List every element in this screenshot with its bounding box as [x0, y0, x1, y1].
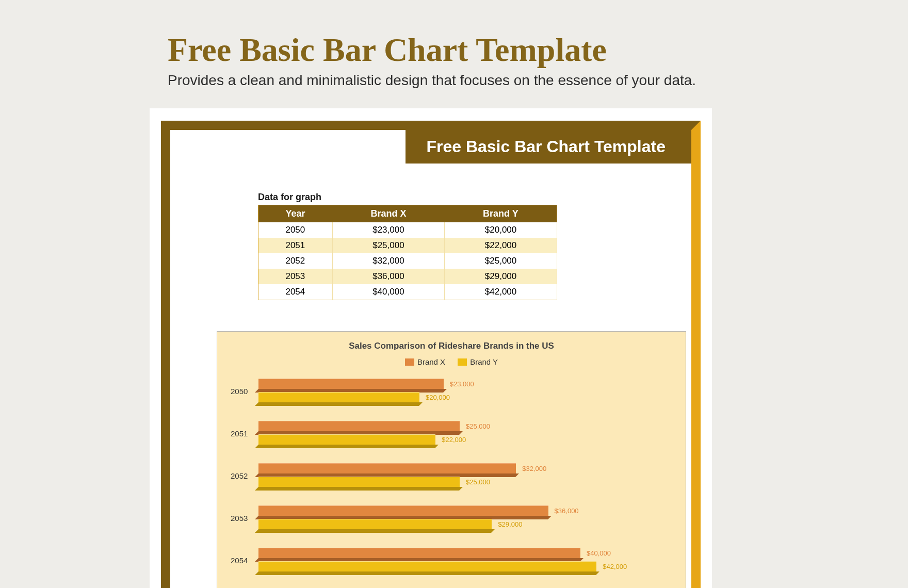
bar-group: 2053$36,000$29,000: [258, 503, 661, 532]
document-frame: Free Basic Bar Chart Template Data for g…: [161, 121, 701, 588]
bar-brand-y: $25,000: [258, 477, 460, 487]
table-header: Brand Y: [445, 205, 557, 223]
chart-bars-area: 2050$23,000$20,0002051$25,000$22,0002052…: [258, 377, 661, 588]
page-title: Free Basic Bar Chart Template: [168, 31, 607, 69]
legend-swatch-y-icon: [458, 358, 467, 366]
bar-value-label-x: $25,000: [466, 422, 490, 430]
table-cell: 2052: [258, 253, 333, 269]
table-cell: 2053: [258, 269, 333, 284]
table-cell: $22,000: [445, 238, 557, 253]
table-cell: $40,000: [332, 284, 444, 300]
bar-value-label-x: $32,000: [522, 465, 546, 472]
table-row: 2054$40,000$42,000: [258, 284, 557, 300]
table-cell: 2051: [258, 238, 333, 253]
bar-value-label-y: $20,000: [426, 394, 450, 401]
document-preview: Free Basic Bar Chart Template Data for g…: [150, 108, 712, 588]
table-header-row: Year Brand X Brand Y: [258, 205, 557, 223]
bar-group: 2054$40,000$42,000: [258, 546, 661, 575]
bar-value-label-y: $22,000: [442, 436, 466, 444]
table-cell: $29,000: [445, 269, 557, 284]
bar-value-label-y: $25,000: [466, 478, 490, 486]
bar-brand-x: $40,000: [258, 548, 580, 558]
bar-brand-x: $32,000: [258, 463, 516, 473]
table-cell: $42,000: [445, 284, 557, 300]
bar-value-label-x: $40,000: [587, 549, 611, 557]
table-cell: $32,000: [332, 253, 444, 269]
table-row: 2052$32,000$25,000: [258, 253, 557, 269]
bar-value-label-x: $23,000: [450, 380, 474, 388]
chart-title: Sales Comparison of Rideshare Brands in …: [228, 341, 675, 351]
bar-chart: Sales Comparison of Rideshare Brands in …: [217, 331, 686, 588]
bar-value-label-y: $29,000: [498, 520, 522, 528]
category-label: 2053: [231, 514, 248, 522]
table-header: Brand X: [332, 205, 444, 223]
bar-brand-y: $29,000: [258, 519, 492, 529]
bar-group: 2051$25,000$22,000: [258, 419, 661, 448]
table-cell: $23,000: [332, 222, 444, 238]
bar-brand-x: $25,000: [258, 421, 460, 431]
table-row: 2053$36,000$29,000: [258, 269, 557, 284]
category-label: 2052: [231, 471, 248, 480]
table-header: Year: [258, 205, 333, 223]
bar-brand-y: $20,000: [258, 392, 419, 402]
bar-value-label-y: $42,000: [603, 563, 627, 570]
bar-value-label-x: $36,000: [555, 507, 579, 515]
bar-brand-y: $42,000: [258, 561, 596, 571]
table-cell: 2050: [258, 222, 333, 238]
legend-item-brand-x: Brand X: [405, 357, 445, 366]
legend-label-y: Brand Y: [470, 357, 498, 366]
bar-group: 2052$32,000$25,000: [258, 461, 661, 490]
document-body: Data for graph Year Brand X Brand Y 2050…: [170, 130, 691, 588]
category-label: 2050: [231, 387, 248, 396]
table-row: 2050$23,000$20,000: [258, 222, 557, 238]
legend-label-x: Brand X: [417, 357, 445, 366]
legend-swatch-x-icon: [405, 358, 414, 366]
page-subtitle: Provides a clean and minimalistic design…: [168, 72, 696, 89]
table-cell: $25,000: [332, 238, 444, 253]
legend-item-brand-y: Brand Y: [458, 357, 498, 366]
table-caption: Data for graph: [258, 192, 666, 203]
table-cell: $20,000: [445, 222, 557, 238]
bar-brand-y: $22,000: [258, 434, 435, 445]
table-cell: $36,000: [332, 269, 444, 284]
bar-group: 2050$23,000$20,000: [258, 377, 661, 405]
table-row: 2051$25,000$22,000: [258, 238, 557, 253]
bar-brand-x: $36,000: [258, 505, 548, 516]
chart-legend: Brand X Brand Y: [228, 357, 675, 366]
data-table: Year Brand X Brand Y 2050$23,000$20,0002…: [258, 205, 557, 300]
bar-brand-x: $23,000: [258, 379, 444, 389]
table-cell: $25,000: [445, 253, 557, 269]
table-cell: 2054: [258, 284, 333, 300]
category-label: 2054: [231, 556, 248, 565]
category-label: 2051: [231, 429, 248, 438]
